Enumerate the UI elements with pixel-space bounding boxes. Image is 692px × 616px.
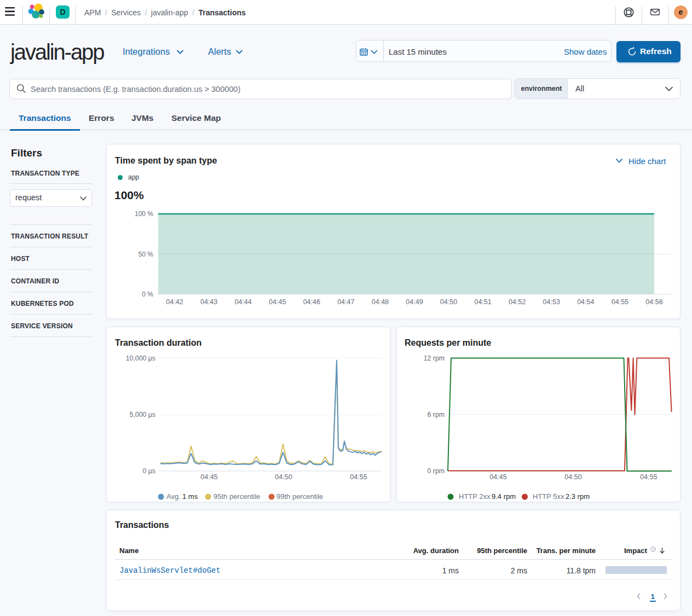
svg-text:04:55: 04:55 <box>612 298 628 306</box>
svg-text:04:42: 04:42 <box>166 298 183 306</box>
svg-text:99th percentile: 99th percentile <box>276 492 323 501</box>
svg-text:04:53: 04:53 <box>543 298 560 306</box>
svg-text:04:54: 04:54 <box>577 298 594 306</box>
svg-text:Avg.: Avg. <box>166 492 181 501</box>
svg-text:HTTP 2xx: HTTP 2xx <box>459 492 491 501</box>
svg-text:0 µs: 0 µs <box>143 467 156 475</box>
svg-text:04:46: 04:46 <box>303 298 320 306</box>
svg-text:04:56: 04:56 <box>645 298 662 306</box>
svg-text:?: ? <box>652 548 654 551</box>
svg-text:04:52: 04:52 <box>509 298 526 306</box>
svg-text:50 %: 50 % <box>139 251 154 258</box>
svg-text:04:45: 04:45 <box>489 473 506 481</box>
svg-text:04:50: 04:50 <box>440 298 457 306</box>
svg-text:04:55: 04:55 <box>350 473 367 481</box>
svg-text:04:48: 04:48 <box>372 298 389 306</box>
svg-text:04:50: 04:50 <box>275 473 292 481</box>
svg-text:04:51: 04:51 <box>474 298 491 306</box>
svg-text:0 rpm: 0 rpm <box>428 467 445 475</box>
svg-text:12 rpm: 12 rpm <box>424 355 445 362</box>
svg-text:10,000 µs: 10,000 µs <box>126 355 155 362</box>
svg-text:2.3 rpm: 2.3 rpm <box>566 492 590 501</box>
svg-text:04:49: 04:49 <box>406 298 423 306</box>
svg-text:6 rpm: 6 rpm <box>428 411 445 419</box>
svg-text:5,000 µs: 5,000 µs <box>130 411 155 419</box>
svg-text:04:50: 04:50 <box>564 473 581 481</box>
svg-text:1 ms: 1 ms <box>182 492 198 501</box>
svg-text:9.4 rpm: 9.4 rpm <box>492 492 516 501</box>
svg-text:95th percentile: 95th percentile <box>214 492 260 501</box>
svg-text:04:43: 04:43 <box>200 298 217 306</box>
svg-text:04:55: 04:55 <box>640 473 657 481</box>
svg-text:04:44: 04:44 <box>234 298 251 306</box>
svg-text:04:47: 04:47 <box>337 298 354 306</box>
svg-text:04:45: 04:45 <box>269 298 286 306</box>
svg-text:HTTP 5xx: HTTP 5xx <box>533 492 564 501</box>
svg-text:100 %: 100 % <box>135 210 153 218</box>
svg-text:0 %: 0 % <box>142 290 153 298</box>
svg-text:04:45: 04:45 <box>200 473 217 481</box>
